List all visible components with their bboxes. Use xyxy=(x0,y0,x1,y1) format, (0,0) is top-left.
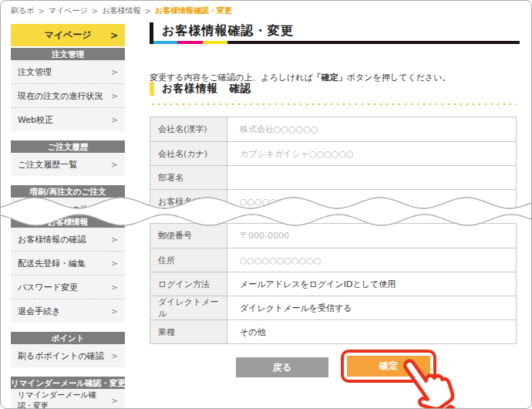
table-row: 住所 ○○○○○○○○○○○ xyxy=(150,248,516,272)
chevron-right-icon: > xyxy=(111,91,118,101)
sidebar-item-reminder-mail[interactable]: リマインダーメール確認・変更 > xyxy=(11,389,125,409)
page: 刷るボ > マイページ > お客様情報 > お客様情報確認・変更 マイページ >… xyxy=(0,0,532,409)
breadcrumb: 刷るボ > マイページ > お客様情報 > お客様情報確認・変更 xyxy=(11,5,232,16)
yellow-bar xyxy=(150,82,154,96)
instruction-post: ボタンを押してください。 xyxy=(347,73,451,83)
confirm-button-highlight: 確定 xyxy=(341,350,436,383)
table-row: ダイレクトメール ダイレクトメールを受信する xyxy=(150,296,516,319)
instruction-bold: 「確定」 xyxy=(313,73,347,83)
row-label: 郵便番号 xyxy=(150,224,227,248)
chevron-right-icon: > xyxy=(111,115,118,125)
sidebar-item-shipping-address[interactable]: 配送先登録・編集 > xyxy=(11,251,125,275)
cyan-segment xyxy=(153,41,177,44)
sidebar-item-withdrawal[interactable]: 退会手続き > xyxy=(11,299,125,323)
section-title: お客様情報 確認 xyxy=(162,82,251,96)
row-label: ログイン方法 xyxy=(150,272,227,296)
row-label: 会社名(カナ) xyxy=(150,142,227,165)
chevron-right-icon: > xyxy=(110,30,118,41)
sidebar-item-points-confirm[interactable]: 刷るボポイントの確認 > xyxy=(11,344,125,367)
section-header: お客様情報 確認 xyxy=(150,82,251,96)
sidebar-item-label: 現在の注文の進行状況 xyxy=(18,90,103,102)
sidebar-item-label: お客様情報の確認 xyxy=(18,234,86,245)
chevron-right-icon: > xyxy=(111,282,118,292)
sidebar-group-points: ポイント 刷るボポイントの確認 > xyxy=(11,332,125,367)
sidebar-item-label: Web校正 xyxy=(18,114,53,126)
row-value: その他 xyxy=(227,320,516,343)
sidebar-upper: マイページ > 注文管理 注文管理 > 現在の注文の進行状況 > Web校正 >… xyxy=(11,24,125,221)
sidebar-group-header: ご注文履歴 xyxy=(11,140,125,153)
sidebar-group-customer-info: お客様情報 お客様情報の確認 > 配送先登録・編集 > パスワード変更 > 退会… xyxy=(11,215,125,323)
customer-info-table-upper: 会社名(漢字) 株式会社○○○○○○ 会社名(カナ) カブシキガイシャ○○○○○… xyxy=(150,117,517,213)
sidebar-lower: お客様情報 お客様情報の確認 > 配送先登録・編集 > パスワード変更 > 退会… xyxy=(11,215,125,409)
sidebar-group-header: 増刷/再注文のご注文 xyxy=(11,185,125,198)
sidebar-mypage-button[interactable]: マイページ > xyxy=(11,24,125,46)
customer-info-table-lower: 郵便番号 〒000-0000 住所 ○○○○○○○○○○○ ログイン方法 メール… xyxy=(150,223,517,344)
chevron-right-icon: > xyxy=(111,204,118,215)
magenta-segment xyxy=(177,41,203,44)
sidebar-item-label: パスワード変更 xyxy=(18,282,78,293)
sidebar-item-customer-info-confirm[interactable]: お客様情報の確認 > xyxy=(11,228,125,251)
yellow-segment xyxy=(203,41,227,44)
row-value: 〒000-0000 xyxy=(227,224,516,248)
sidebar-item-label: 配送先登録・編集 xyxy=(18,258,86,269)
chevron-right-icon: > xyxy=(111,396,118,406)
breadcrumb-current: お客様情報確認・変更 xyxy=(155,5,232,16)
breadcrumb-separator: > xyxy=(92,7,98,15)
chevron-right-icon: > xyxy=(111,235,118,245)
sidebar-item-label: 注文管理 xyxy=(18,66,52,78)
row-label: 会社名(漢字) xyxy=(150,117,227,141)
page-title-block: お客様情報確認・変更 xyxy=(150,22,520,44)
sidebar-group-header: 注文管理 xyxy=(11,48,125,60)
table-row: 郵便番号 〒000-0000 xyxy=(150,224,516,248)
sidebar-item-order-progress[interactable]: 現在の注文の進行状況 > xyxy=(11,83,125,107)
chevron-right-icon: > xyxy=(111,67,118,77)
table-row: ログイン方法 メールアドレスをログインIDとして使用 xyxy=(150,272,516,296)
confirm-button[interactable]: 確定 xyxy=(347,356,430,377)
row-value: ダイレクトメールを受信する xyxy=(227,296,516,319)
sidebar-group-header: リマインダーメール確認・変更 xyxy=(11,377,125,389)
row-value: ○○○○○○様 xyxy=(227,190,516,213)
row-value: 株式会社○○○○○○ xyxy=(227,117,516,141)
breadcrumb-separator: > xyxy=(144,7,150,15)
table-row: 部署名 xyxy=(150,165,516,189)
breadcrumb-link-home[interactable]: 刷るボ xyxy=(11,5,34,16)
black-segment xyxy=(227,41,520,44)
row-label: 部署名 xyxy=(150,166,227,189)
sidebar-item-order-history-list[interactable]: ご注文履歴一覧 > xyxy=(11,153,125,176)
row-value xyxy=(227,166,516,189)
mypage-label: マイページ xyxy=(44,29,91,42)
sidebar-item-order-management[interactable]: 注文管理 > xyxy=(11,60,125,83)
sidebar-item-label: 退会手続き xyxy=(18,306,60,317)
table-row: お客様名(漢字) ○○○○○○様 xyxy=(150,189,516,213)
sidebar-group-order-management: 注文管理 注文管理 > 現在の注文の進行状況 > Web校正 > xyxy=(11,48,125,131)
sidebar-group-header: ポイント xyxy=(11,332,125,344)
row-label: ダイレクトメール xyxy=(150,296,227,319)
chevron-right-icon: > xyxy=(111,306,118,316)
sidebar-item-label: リマインダーメール確認・変更 xyxy=(18,390,111,409)
page-title: お客様情報確認・変更 xyxy=(153,22,520,39)
chevron-right-icon: > xyxy=(111,351,118,361)
sidebar-group-header: お客様情報 xyxy=(11,215,125,228)
back-button[interactable]: 戻る xyxy=(236,357,328,377)
sidebar-item-label: ご注文履歴一覧 xyxy=(18,159,77,171)
row-value: ○○○○○○○○○○○ xyxy=(227,248,516,272)
table-row: 会社名(カナ) カブシキガイシャ○○○○○○ xyxy=(150,141,516,165)
breadcrumb-link-customer-info[interactable]: お客様情報 xyxy=(102,5,140,16)
breadcrumb-separator: > xyxy=(38,7,44,15)
table-row: 業種 その他 xyxy=(150,319,516,343)
chevron-right-icon: > xyxy=(111,160,118,170)
table-row: 会社名(漢字) 株式会社○○○○○○ xyxy=(150,117,516,141)
row-value: メールアドレスをログインIDとして使用 xyxy=(227,272,516,296)
sidebar-item-password-change[interactable]: パスワード変更 > xyxy=(11,275,125,299)
sidebar-group-reminder-mail: リマインダーメール確認・変更 リマインダーメール確認・変更 > xyxy=(11,377,125,409)
yellow-dotted-divider xyxy=(150,103,517,106)
sidebar-item-web-proof[interactable]: Web校正 > xyxy=(11,107,125,131)
sidebar-item-label: 刷るボポイントの確認 xyxy=(18,350,104,362)
breadcrumb-link-mypage[interactable]: マイページ xyxy=(49,5,88,16)
chevron-right-icon: > xyxy=(111,259,118,269)
row-value: カブシキガイシャ○○○○○○ xyxy=(227,142,516,165)
row-label: 業種 xyxy=(150,320,227,343)
cmyk-underline xyxy=(153,41,520,44)
sidebar-item-label: 増刷/再注文のご注文 xyxy=(18,204,97,215)
row-label: お客様名(漢字) xyxy=(150,190,227,213)
